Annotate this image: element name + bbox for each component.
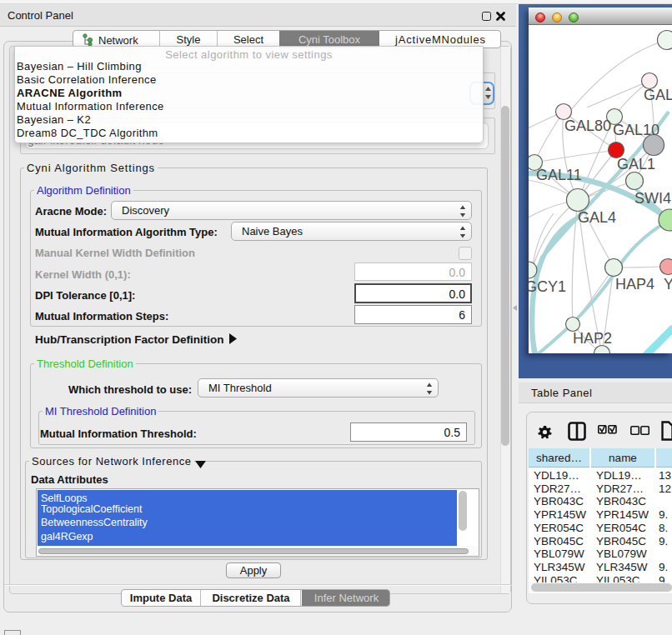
- svg-text:SWI4: SWI4: [634, 190, 671, 207]
- svg-text:GAL10: GAL10: [613, 122, 659, 138]
- svg-text:HAP4: HAP4: [615, 276, 654, 292]
- svg-text:GAL4: GAL4: [578, 209, 616, 226]
- svg-text:Y: Y: [664, 276, 672, 292]
- svg-text:GAL1: GAL1: [617, 156, 655, 172]
- svg-text:GCY1: GCY1: [529, 278, 566, 295]
- svg-text:GAL: GAL: [644, 87, 672, 103]
- svg-text:GAL80: GAL80: [564, 118, 611, 134]
- svg-text:GAL11: GAL11: [536, 167, 582, 183]
- svg-text:HAP2: HAP2: [573, 330, 612, 347]
